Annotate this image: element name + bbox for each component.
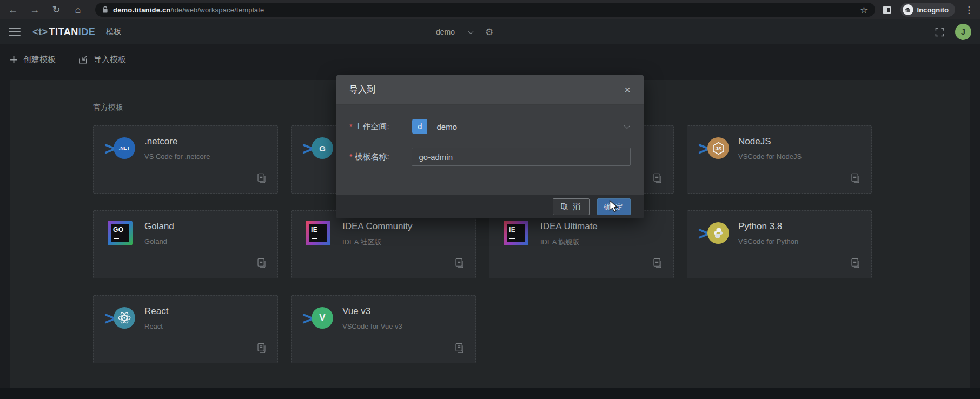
back-icon[interactable]: ← [6, 5, 19, 15]
import-dialog: 导入到 × * 工作空间: d demo * 模板名称: 取 消 确 定 [336, 75, 644, 218]
template-card[interactable]: >JS NodeJS VSCode for NodeJS [687, 125, 872, 194]
create-template-button[interactable]: 创建模板 [10, 55, 56, 65]
vscode-golang-icon: >G [302, 135, 334, 161]
duplicate-template-icon[interactable] [454, 343, 465, 356]
incognito-badge: Incognito [900, 3, 956, 17]
template-subtitle: VSCode for Vue v3 [342, 322, 402, 330]
duplicate-template-icon[interactable] [652, 258, 663, 271]
import-template-button[interactable]: 导入模板 [78, 55, 126, 65]
close-icon[interactable]: × [624, 84, 631, 95]
import-icon [78, 55, 88, 65]
required-marker: * [349, 152, 352, 161]
duplicate-template-icon[interactable] [652, 173, 663, 187]
vscode-nodejs-icon: >JS [698, 135, 730, 161]
template-card[interactable]: > Python 3.8 VSCode for Python [687, 210, 872, 278]
url-path: /ide/web/workspace/template [171, 6, 264, 14]
forward-icon[interactable]: → [28, 5, 41, 15]
duplicate-template-icon[interactable] [256, 343, 267, 356]
duplicate-template-icon[interactable] [454, 258, 465, 271]
app-header: <t>TITANIDE 模板 demo ⚙ J [0, 19, 980, 44]
chevron-down-icon [624, 123, 630, 129]
template-subtitle: Goland [144, 237, 174, 245]
lock-icon [102, 6, 108, 14]
toolbar-divider [67, 55, 67, 64]
create-template-label: 创建模板 [23, 55, 56, 65]
template-subtitle: IDEA 社区版 [342, 237, 412, 247]
bookmark-star-icon[interactable]: ☆ [860, 5, 868, 15]
jetbrains-idea-icon: IE [302, 220, 334, 246]
gear-icon[interactable]: ⚙ [485, 28, 493, 37]
titanide-logo: <t>TITANIDE [32, 26, 95, 38]
duplicate-template-icon[interactable] [256, 173, 267, 187]
workspace-selector[interactable]: demo [436, 28, 455, 36]
vscode-react-icon: > [104, 305, 136, 331]
required-marker: * [349, 122, 352, 131]
logo-ide: IDE [78, 26, 96, 38]
template-title: IDEA Community [342, 221, 412, 232]
incognito-icon [903, 4, 913, 15]
template-title: Vue v3 [342, 306, 402, 317]
chevron-down-icon[interactable] [468, 28, 474, 34]
template-subtitle: React [144, 322, 168, 330]
template-card[interactable]: >V Vue v3 VSCode for Vue v3 [291, 295, 476, 363]
template-title: Goland [144, 221, 174, 232]
duplicate-template-icon[interactable] [850, 258, 860, 271]
template-toolbar: 创建模板 导入模板 [0, 44, 980, 75]
template-title: React [144, 306, 168, 317]
browser-toolbar: ← → ↻ ⌂ demo.titanide.cn/ide/web/workspa… [0, 0, 980, 19]
reload-icon[interactable]: ↻ [50, 5, 63, 15]
vscode-vue-icon: >V [302, 305, 334, 331]
cancel-button[interactable]: 取 消 [553, 198, 590, 215]
import-template-label: 导入模板 [94, 55, 126, 65]
template-card[interactable]: IE IDEA Community IDEA 社区版 [291, 210, 476, 278]
template-name-field-label: 模板名称: [354, 152, 404, 162]
hamburger-menu-icon[interactable] [9, 28, 21, 36]
dialog-header[interactable]: 导入到 × [336, 75, 644, 105]
bottom-strip [0, 388, 980, 399]
side-panel-icon[interactable] [883, 6, 891, 14]
plus-icon [10, 56, 18, 64]
workspace-select[interactable]: d demo [404, 117, 631, 136]
template-subtitle: IDEA 旗舰版 [540, 237, 598, 247]
template-card[interactable]: >.NET .netcore VS Code for .netcore [93, 125, 278, 194]
workspace-selected-value: demo [436, 122, 457, 131]
template-title: Python 3.8 [738, 221, 798, 232]
template-subtitle: VS Code for .netcore [144, 152, 210, 161]
template-subtitle: VSCode for NodeJS [738, 152, 802, 161]
confirm-button[interactable]: 确 定 [597, 198, 631, 215]
template-name-input[interactable] [412, 148, 631, 166]
svg-text:JS: JS [715, 145, 721, 151]
fullscreen-icon[interactable] [935, 28, 944, 37]
dialog-title: 导入到 [349, 84, 375, 96]
logo-titan: TITAN [49, 26, 78, 38]
page-title: 模板 [106, 27, 121, 37]
vscode-dotnet-icon: >.NET [104, 135, 136, 161]
template-subtitle: VSCode for Python [738, 237, 798, 245]
url-domain: demo.titanide.cn [113, 6, 171, 14]
incognito-label: Incognito [917, 6, 949, 14]
template-card[interactable]: GO Goland Goland [93, 210, 278, 278]
template-title: IDEA Ultimate [540, 221, 598, 232]
workspace-badge: d [412, 119, 427, 134]
vscode-python-icon: > [698, 220, 730, 246]
browser-menu-icon[interactable]: ⋮ [964, 4, 974, 16]
duplicate-template-icon[interactable] [850, 173, 860, 187]
template-title: NodeJS [738, 136, 802, 147]
duplicate-template-icon[interactable] [256, 258, 267, 271]
address-bar[interactable]: demo.titanide.cn/ide/web/workspace/templ… [95, 3, 875, 17]
avatar[interactable]: J [955, 24, 971, 40]
jetbrains-goland-icon: GO [104, 220, 136, 246]
jetbrains-idea-icon: IE [500, 220, 532, 246]
workspace-field-label: 工作空间: [354, 122, 404, 132]
template-title: .netcore [144, 136, 210, 147]
template-card[interactable]: > React React [93, 295, 278, 363]
home-icon[interactable]: ⌂ [71, 5, 84, 15]
logo-bracket: <t> [32, 26, 48, 38]
template-card[interactable]: IE IDEA Ultimate IDEA 旗舰版 [489, 210, 674, 278]
